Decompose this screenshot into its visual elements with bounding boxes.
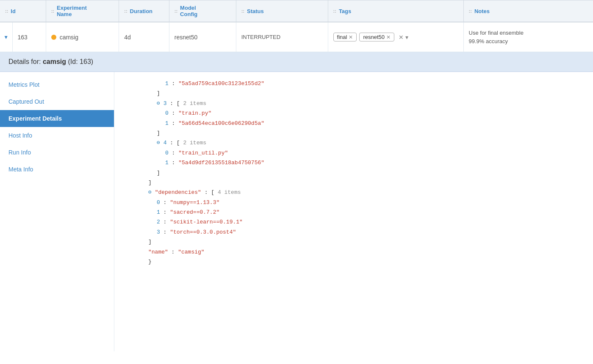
json-line-name: "name" : "camsig": [140, 247, 585, 257]
json-line-dep-1: 1 : "sacred==0.7.2": [140, 207, 585, 217]
tags-container: final ✕ resnet50 ✕ ✕ ▾: [333, 33, 408, 41]
tag-resnet50-remove[interactable]: ✕: [386, 34, 391, 40]
tag-resnet50: resnet50 ✕: [359, 33, 394, 41]
json-num: 1: [165, 79, 169, 88]
tag-final: final ✕: [333, 33, 357, 41]
cell-tags: final ✕ resnet50 ✕ ✕ ▾: [328, 22, 464, 52]
json-line-dep-2: 2 : "scikit-learn==0.19.1": [140, 217, 585, 227]
json-line-bracket2: ]: [140, 128, 585, 138]
sidebar-item-captured-out[interactable]: Captured Out: [0, 93, 114, 110]
details-name: camsig: [43, 58, 66, 65]
json-line-close-brace: }: [140, 257, 585, 267]
expand-triangle-icon: ▼: [3, 34, 8, 40]
col-header-model[interactable]: :: Model Config: [169, 0, 236, 22]
json-line-bracket4: ]: [140, 178, 585, 188]
json-line-1: 1 : "5a5ad759ca100c3123e155d2": [140, 79, 585, 88]
col-label-model2: Config: [180, 11, 197, 17]
main-layout: Metrics Plot Captured Out Experiment Det…: [0, 72, 593, 351]
sidebar-item-metrics-plot[interactable]: Metrics Plot: [0, 76, 114, 93]
drag-icon-dur: ::: [124, 8, 127, 14]
json-viewer: 1 : "5a5ad759ca100c3123e155d2" ] ⊖ 3 : […: [114, 72, 593, 273]
cell-id: 163: [13, 22, 46, 52]
tags-clear-button[interactable]: ✕: [399, 34, 404, 41]
json-line-dep-0: 0 : "numpy==1.13.3": [140, 198, 585, 207]
cell-model: resnet50: [169, 22, 236, 52]
cell-name: camsig: [46, 22, 119, 52]
json-line-3-header: ⊖ 3 : [ 2 items: [140, 99, 585, 108]
col-header-notes[interactable]: :: Notes: [464, 0, 593, 22]
sidebar-label-experiment: Experiment Details: [8, 115, 62, 122]
col-label-exp: Experiment: [57, 5, 87, 11]
sidebar-item-host-info[interactable]: Host Info: [0, 127, 114, 144]
col-label-notes: Notes: [474, 8, 490, 14]
row-notes-value: Use for final ensemble99.9% accuracy: [469, 29, 524, 45]
row-name-value: camsig: [60, 34, 78, 41]
json-line-4-0: 0 : "train_util.py": [140, 148, 585, 158]
cell-notes: Use for final ensemble99.9% accuracy: [464, 22, 593, 52]
row-model-value: resnet50: [175, 34, 197, 41]
col-label-model1: Model: [180, 5, 197, 11]
json-line-dep-3: 3 : "torch==0.3.0.post4": [140, 227, 585, 237]
tag-final-label: final: [337, 34, 347, 40]
table-header: :: Id :: Experiment Name :: Duration :: …: [0, 0, 593, 22]
table-row: ▼ 163 camsig 4d resnet50 INTERRUPTED fin…: [0, 22, 593, 52]
json-line-deps-header: ⊖ "dependencies" : [ 4 items: [140, 188, 585, 197]
col-label-name: Name: [57, 11, 87, 17]
drag-icon-id: ::: [5, 8, 8, 14]
sidebar-label-run: Run Info: [8, 149, 31, 156]
sidebar-label-meta: Meta Info: [8, 166, 33, 173]
col-header-id[interactable]: :: Id: [0, 0, 46, 22]
col-header-tags[interactable]: :: Tags: [328, 0, 464, 22]
sidebar-label-captured: Captured Out: [8, 98, 44, 105]
drag-icon-status: ::: [241, 8, 244, 14]
sidebar-label-host: Host Info: [8, 132, 32, 139]
col-label-status: Status: [247, 8, 264, 14]
drag-icon-notes: ::: [469, 8, 472, 14]
tag-final-remove[interactable]: ✕: [349, 34, 353, 40]
json-line-bracket3: ]: [140, 168, 585, 178]
sidebar-label-metrics: Metrics Plot: [8, 81, 39, 88]
row-id-value: 163: [18, 34, 28, 41]
details-id-label: (Id: 163): [68, 58, 94, 65]
drag-icon-name: ::: [51, 8, 54, 14]
sidebar-item-run-info[interactable]: Run Info: [0, 144, 114, 161]
tags-actions: ✕ ▾: [399, 34, 408, 41]
json-line-bracket1: ]: [140, 88, 585, 98]
row-status-value: INTERRUPTED: [241, 34, 280, 40]
col-header-status[interactable]: :: Status: [236, 0, 328, 22]
sidebar-item-meta-info[interactable]: Meta Info: [0, 161, 114, 178]
json-line-3-0: 0 : "train.py": [140, 108, 585, 118]
collapse-3-icon[interactable]: ⊖: [157, 99, 160, 108]
sidebar-item-experiment-details[interactable]: Experiment Details: [0, 110, 114, 127]
cell-status: INTERRUPTED: [236, 22, 328, 52]
json-line-bracket5: ]: [140, 237, 585, 247]
json-line-3-1: 1 : "5a66d54eca100c6e06290d5a": [140, 119, 585, 128]
details-prefix: Details for:: [8, 58, 43, 65]
status-dot-icon: [51, 35, 56, 40]
tags-dropdown-button[interactable]: ▾: [405, 34, 408, 41]
cell-duration: 4d: [119, 22, 169, 52]
json-line-4-header: ⊖ 4 : [ 2 items: [140, 138, 585, 148]
row-duration-value: 4d: [124, 34, 131, 41]
collapse-deps-icon[interactable]: ⊖: [148, 188, 152, 197]
col-label-duration: Duration: [130, 8, 152, 14]
sidebar: Metrics Plot Captured Out Experiment Det…: [0, 72, 114, 351]
json-line-4-1: 1 : "5a4d9df26135518ab4750756": [140, 158, 585, 168]
collapse-4-icon[interactable]: ⊖: [157, 138, 160, 148]
details-banner: Details for: camsig (Id: 163): [0, 52, 593, 72]
tag-resnet50-label: resnet50: [363, 34, 385, 40]
drag-icon-model: ::: [175, 8, 177, 14]
row-expand[interactable]: ▼: [0, 22, 13, 52]
col-header-name[interactable]: :: Experiment Name: [46, 0, 119, 22]
drag-icon-tags: ::: [333, 8, 336, 14]
col-header-duration[interactable]: :: Duration: [119, 0, 169, 22]
content-area: 1 : "5a5ad759ca100c3123e155d2" ] ⊖ 3 : […: [114, 72, 593, 351]
col-label-id: Id: [11, 8, 16, 14]
col-label-tags: Tags: [339, 8, 351, 14]
